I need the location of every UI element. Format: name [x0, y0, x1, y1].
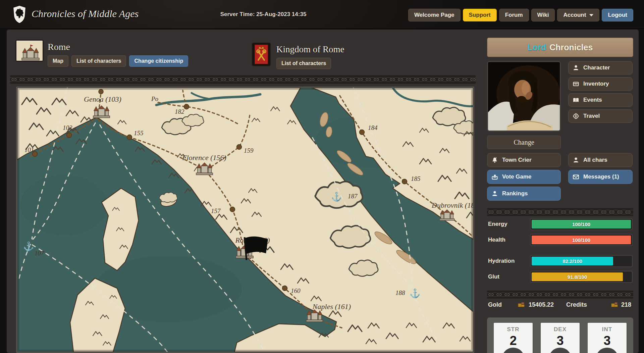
change-portrait-button[interactable]: Change — [487, 136, 561, 149]
menu-label: Travel — [583, 113, 600, 119]
map-label-160: 160 — [291, 287, 301, 294]
gold-label: Gold — [488, 301, 502, 308]
chain-divider — [10, 75, 476, 84]
map-label-157: 157 — [211, 207, 221, 214]
chain-divider — [487, 208, 633, 216]
castle-icon-naples[interactable] — [306, 310, 323, 322]
nav-account-dropdown[interactable]: Account — [557, 9, 599, 21]
kingdom-characters-button[interactable]: List of characters — [276, 58, 331, 69]
gold-coins-icon — [517, 301, 525, 309]
action-label: Town Crier — [502, 157, 532, 163]
player-name-plate[interactable]: Lord Chronicles — [487, 38, 633, 57]
anchor-icon: ⚓ — [410, 288, 421, 299]
action-label: All chars — [583, 157, 607, 163]
health-bar: 100/100 — [530, 234, 633, 246]
player-portrait[interactable] — [487, 61, 561, 132]
map-label-188: 188 — [395, 289, 405, 296]
hydration-bar: 82.2/100 — [530, 255, 633, 267]
nav-forum-button[interactable]: Forum — [499, 9, 529, 21]
map-label-182: 182 — [175, 108, 184, 115]
map-label-po: Po — [151, 95, 158, 102]
attribute-value: 3 — [588, 334, 627, 348]
stat-label-hydration: Hydration — [488, 258, 515, 264]
town-crier-button[interactable]: Town Crier — [487, 153, 561, 167]
bust-icon — [491, 190, 498, 197]
city-map-button[interactable]: Map — [48, 55, 68, 67]
stat-label-health: Health — [488, 237, 505, 243]
bust-icon — [573, 64, 579, 71]
attribute-card-int[interactable]: INT 3 — [588, 323, 627, 353]
map-label-genoa[interactable]: Genoa (103) — [84, 95, 121, 103]
attribute-medal-icon — [549, 348, 572, 353]
map-label-florence[interactable]: Florence (156) — [182, 153, 226, 162]
nav-account-label: Account — [563, 12, 586, 18]
sidebar-character-button[interactable]: Character — [568, 61, 633, 74]
energy-bar-fill: 100/100 — [532, 220, 631, 229]
sidebar-travel-button[interactable]: Travel — [568, 109, 633, 123]
attribute-label: STR — [494, 326, 533, 333]
health-bar-fill: 100/100 — [532, 236, 631, 244]
nav-support-button[interactable]: Support — [463, 9, 497, 21]
sidebar-events-button[interactable]: Events — [568, 93, 633, 107]
kingdom-name: Kingdom of Rome — [276, 44, 344, 55]
menu-label: Inventory — [583, 81, 609, 87]
wolf-shield-logo-icon[interactable] — [12, 5, 27, 24]
attribute-value: 2 — [494, 334, 533, 348]
map-label-159: 159 — [244, 147, 254, 154]
map-label-185: 185 — [411, 175, 421, 182]
anchor-icon: ⚓ — [331, 191, 342, 202]
attribute-card-str[interactable]: STR 2 — [494, 323, 533, 353]
stat-label-glut: Glut — [488, 273, 499, 280]
map-svg: ⚓ ⚓ ⚓ Genoa (103) Florence (156) Rome (1… — [17, 88, 473, 352]
map-label-184: 184 — [368, 124, 378, 131]
nav-logout-button[interactable]: Logout — [602, 9, 633, 21]
castle-icon-genoa[interactable] — [93, 106, 110, 118]
attribute-card-dex[interactable]: DEX 3 — [541, 323, 580, 353]
action-label: Messages (1) — [583, 173, 619, 180]
vote-game-button[interactable]: Vote Game — [487, 170, 561, 184]
kingdom-crest-icon[interactable] — [252, 42, 271, 66]
map-label-101: 101 — [24, 146, 34, 153]
messages-button[interactable]: Messages (1) — [568, 170, 633, 184]
nav-welcome-page-button[interactable]: Welcome Page — [408, 9, 461, 21]
ballot-icon — [491, 173, 498, 180]
glut-bar: 91.8/100 — [530, 271, 633, 283]
attribute-label: DEX — [541, 326, 580, 333]
map-label-dubrovnik[interactable]: Dubrovnik (186) — [431, 201, 473, 209]
menu-label: Events — [583, 97, 602, 103]
nav-wiki-button[interactable]: Wiki — [531, 9, 555, 21]
sidebar-inventory-button[interactable]: Inventory — [568, 77, 633, 91]
chain-divider — [487, 291, 633, 299]
action-label: Vote Game — [502, 173, 532, 180]
change-citizenship-button[interactable]: Change citizenship — [129, 55, 188, 67]
hydration-bar-fill: 82.2/100 — [532, 257, 613, 265]
book-icon — [573, 97, 579, 103]
all-chars-button[interactable]: All chars — [568, 153, 633, 167]
kingdom-buttons: List of characters — [276, 58, 331, 69]
action-label: Rankings — [502, 190, 528, 197]
rankings-button[interactable]: Rankings — [487, 187, 561, 201]
stat-label-energy: Energy — [488, 221, 507, 228]
player-name: Chronicles — [549, 43, 593, 52]
menu-label: Character — [583, 64, 610, 71]
attribute-value: 3 — [541, 334, 580, 348]
envelope-icon — [573, 173, 579, 180]
caret-down-icon — [589, 14, 593, 16]
bust-icon — [573, 157, 579, 163]
top-bar: Chronicles of Middle Ages Server Time: 2… — [0, 0, 644, 29]
city-crest-icon[interactable] — [15, 40, 44, 62]
glut-bar-fill: 91.8/100 — [532, 272, 623, 281]
bell-icon — [491, 157, 498, 163]
energy-bar: 100/100 — [530, 218, 633, 230]
castle-icon-dubrovnik[interactable] — [440, 210, 454, 220]
map-label-naples[interactable]: Naples (161) — [312, 302, 351, 311]
city-name: Rome — [48, 42, 70, 52]
city-characters-button[interactable]: List of characters — [71, 55, 126, 67]
map-label-107: 107 — [35, 250, 45, 257]
gold-value: 15405.22 — [529, 301, 554, 308]
anchor-icon: ⚓ — [23, 241, 34, 252]
attribute-label: INT — [588, 326, 627, 333]
map-label-155: 155 — [134, 130, 144, 137]
world-map[interactable]: ⚓ ⚓ ⚓ Genoa (103) Florence (156) Rome (1… — [16, 87, 474, 353]
castle-icon-florence[interactable] — [196, 163, 213, 175]
